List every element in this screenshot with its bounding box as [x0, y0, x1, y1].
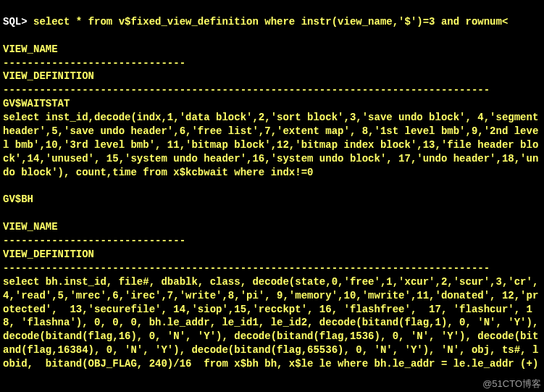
column-header-view-definition: VIEW_DEFINITION	[3, 249, 94, 260]
column-rule: ------------------------------	[3, 235, 185, 246]
column-rule: ------------------------------	[3, 57, 185, 69]
column-header-view-name: VIEW_NAME	[3, 221, 58, 233]
sql-query: select * from v$fixed_view_definition wh…	[33, 16, 508, 28]
row-view-definition: select bh.inst_id, file#, dbablk, class,…	[3, 276, 544, 370]
row-view-name: GV$WAITSTAT	[3, 98, 70, 109]
sql-prompt: SQL>	[3, 16, 33, 28]
row-view-name: GV$BH	[3, 193, 33, 205]
column-rule: ----------------------------------------…	[3, 262, 490, 274]
sql-terminal[interactable]: SQL> select * from v$fixed_view_definiti…	[0, 0, 544, 372]
row-view-definition: select inst_id,decode(indx,1,'data block…	[3, 112, 544, 178]
watermark-text: @51CTO博客	[482, 378, 541, 391]
column-header-view-definition: VIEW_DEFINITION	[3, 70, 94, 82]
column-rule: ----------------------------------------…	[3, 84, 490, 96]
column-header-view-name: VIEW_NAME	[3, 43, 58, 55]
